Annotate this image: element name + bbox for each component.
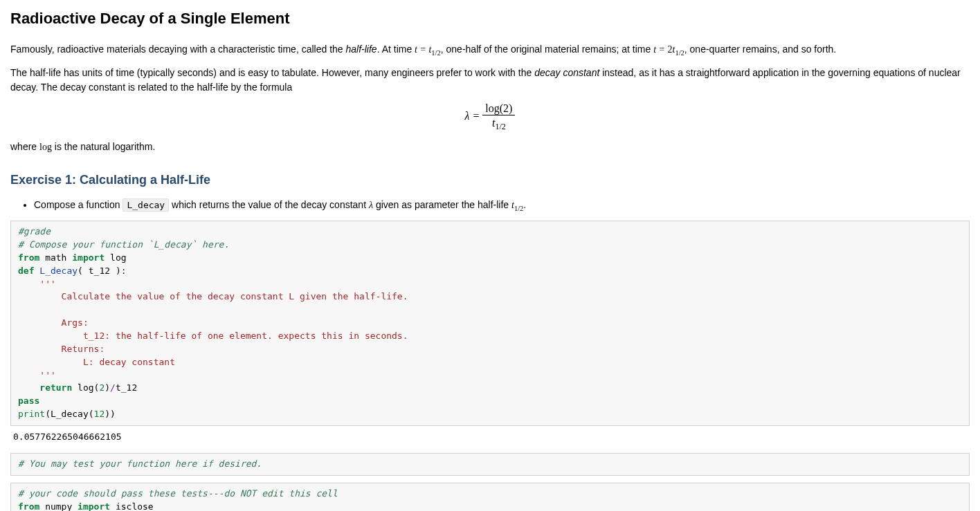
text: (2)	[500, 102, 513, 114]
math-t: t1/2	[511, 200, 523, 210]
math-inline: t = 2t1/2	[653, 44, 684, 55]
code-text: )	[105, 382, 110, 393]
code-keyword: pass	[18, 396, 39, 406]
text: . At time	[377, 44, 415, 55]
paragraph-decay-constant: The half-life has units of time (typical…	[10, 66, 970, 95]
text: , one-half of the original material rema…	[441, 44, 653, 55]
code-keyword: from	[18, 501, 39, 511]
text: Famously, radioactive materials decaying…	[10, 44, 346, 55]
output-cell-1: 0.057762265046662105	[10, 427, 970, 447]
text: .	[523, 199, 526, 210]
code-comment: # You may test your function here if des…	[18, 458, 262, 469]
code-docstring: Returns:	[18, 344, 105, 354]
paragraph-intro: Famously, radioactive materials decaying…	[10, 42, 970, 59]
code-op: /	[110, 382, 116, 393]
formula-lhs: λ =	[465, 110, 483, 122]
code-text: t_12	[116, 382, 137, 393]
code-text: isclose	[110, 501, 154, 511]
code-cell-3[interactable]: # your code should pass these tests---do…	[10, 483, 970, 511]
code-docstring: t_12: the half-life of one element. expe…	[18, 331, 408, 341]
term-half-life: half-life	[346, 44, 377, 55]
code-comment: # your code should pass these tests---do…	[18, 488, 338, 499]
text: where	[10, 141, 39, 152]
page-title: Radioactive Decay of a Single Element	[10, 7, 970, 30]
code-keyword: return	[18, 382, 72, 393]
text: Compose a function	[34, 199, 122, 210]
code-cell-1[interactable]: #grade # Compose your function `L_decay`…	[10, 221, 970, 426]
term-decay-constant: decay constant	[534, 67, 599, 78]
code-keyword: import	[72, 252, 105, 263]
code-docstring: Args:	[18, 317, 89, 328]
text: log	[485, 102, 499, 114]
code-number: 12	[94, 409, 105, 419]
code-text: log(	[72, 382, 99, 393]
text: is the natural logarithm.	[52, 141, 155, 152]
code-docstring: Calculate the value of the decay constan…	[18, 291, 408, 301]
code-keyword: import	[78, 501, 110, 511]
subscript: 1/2	[514, 205, 523, 212]
code-keyword: def	[18, 266, 34, 276]
code-text: numpy	[39, 501, 78, 511]
list-item: Compose a function L_decay which returns…	[34, 198, 970, 214]
text: which returns the value of the decay con…	[169, 199, 369, 210]
subscript: 1/2	[495, 122, 505, 131]
code-text: log	[105, 252, 126, 263]
paragraph-log-note: where log is the natural logarithm.	[10, 140, 970, 154]
code-inline: L_decay	[122, 198, 169, 212]
code-docstring: '''	[18, 370, 56, 380]
subscript: 1/2	[675, 49, 684, 57]
code-comment: #grade	[18, 226, 51, 236]
text: , one-quarter remains, and so forth.	[684, 44, 836, 55]
term-log: log	[39, 142, 52, 152]
text: t =	[653, 44, 667, 55]
fraction-denominator: t1/2	[482, 115, 515, 133]
text: given as parameter the half-life	[373, 199, 511, 210]
fraction-numerator: log(2)	[482, 102, 515, 115]
subscript: 1/2	[431, 49, 440, 57]
formula-lambda: λ = log(2) t1/2	[10, 102, 970, 133]
code-text: (L_decay(	[45, 409, 93, 419]
code-docstring: '''	[18, 279, 56, 289]
text: t = t	[415, 44, 431, 55]
code-keyword: from	[18, 252, 39, 263]
fraction: log(2) t1/2	[482, 102, 515, 133]
text: The half-life has units of time (typical…	[10, 67, 534, 78]
code-text: math	[39, 252, 72, 263]
exercise-list: Compose a function L_decay which returns…	[10, 198, 970, 214]
code-func: L_decay	[34, 266, 78, 276]
math-inline: t = t1/2	[415, 44, 441, 55]
code-docstring: L: decay constant	[18, 357, 175, 367]
code-text: ( t_12 ):	[78, 266, 126, 276]
exercise-heading: Exercise 1: Calculating a Half-Life	[10, 171, 970, 189]
code-text: ))	[105, 409, 116, 419]
code-cell-2[interactable]: # You may test your function here if des…	[10, 453, 970, 476]
code-comment: # Compose your function `L_decay` here.	[18, 239, 229, 250]
code-builtin: print	[18, 409, 45, 419]
